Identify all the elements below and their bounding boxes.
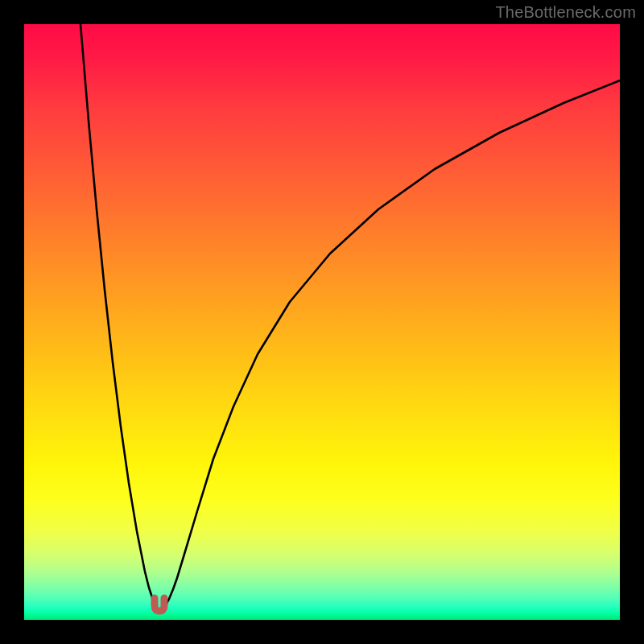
bottleneck-curve bbox=[24, 24, 620, 620]
curve-path bbox=[80, 24, 620, 610]
chart-frame: TheBottleneck.com bbox=[0, 0, 644, 644]
plot-area bbox=[24, 24, 620, 620]
min-marker bbox=[155, 598, 164, 611]
watermark-text: TheBottleneck.com bbox=[495, 3, 636, 22]
